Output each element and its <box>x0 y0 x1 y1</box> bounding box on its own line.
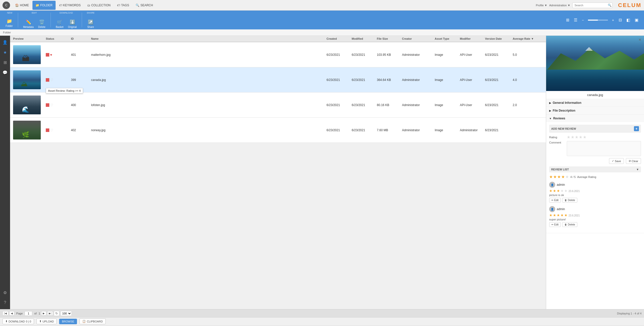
star-1[interactable]: ★ <box>567 135 570 139</box>
avgrate-lofoten: 2.0 <box>513 103 543 107</box>
upload-btn[interactable]: ⬆ UPLOAD <box>36 318 57 324</box>
metadata-icon: ✏️ <box>26 19 31 25</box>
clear-review-button[interactable]: ⊘ Clear <box>626 158 641 164</box>
prev-page-btn[interactable]: ◀ <box>9 311 14 315</box>
zoom-slider[interactable] <box>588 20 608 21</box>
refresh-btn[interactable]: ↻ <box>54 311 59 316</box>
nav-home[interactable]: 🏠 HOME <box>12 1 32 10</box>
delete-icon-2: 🗑 <box>565 223 567 226</box>
created-canada: 6/23/2021 <box>327 78 352 82</box>
delete-review-1-button[interactable]: 🗑 Delete <box>562 198 577 203</box>
share-label: Share <box>87 26 94 28</box>
admin-dropdown[interactable]: Administration ▼ <box>549 4 570 7</box>
download-btn[interactable]: ⬇ DOWNLOAD 0 | 0 <box>3 318 34 324</box>
name-lofoten: lofoten.jpg <box>91 103 327 107</box>
clipboard-btn[interactable]: 📋 CLIPBOARD <box>79 318 106 324</box>
file-desc-label: File Description <box>553 109 575 112</box>
profile-chevron-icon: ▼ <box>544 4 547 7</box>
col-id-header: ID <box>71 37 91 40</box>
view-toggle-grid[interactable]: ⊞ <box>565 17 571 23</box>
next-page-btn[interactable]: ▶ <box>41 311 46 315</box>
nav-keywords[interactable]: 🏷 KEYWORDS <box>56 1 84 10</box>
table-row[interactable]: ♡ Asset Review: Rating >= 4 399 canada.j… <box>10 67 546 92</box>
star-5[interactable]: ★ <box>583 135 586 139</box>
checkbox-matterhorn[interactable] <box>46 53 49 57</box>
sidebar-icon-chat[interactable]: 💬 <box>1 68 10 77</box>
size-lofoten: 80.16 KB <box>377 103 402 107</box>
delete-button[interactable]: 🗑️ Delete <box>36 18 48 29</box>
creator-canada: Administrator <box>402 78 435 82</box>
delete-label: Delete <box>38 26 46 28</box>
table-row[interactable]: ♥ 401 matterhorn.jpg 6/23/2021 6/23/2021… <box>10 42 546 67</box>
nav-folder[interactable]: 📁 FOLDER <box>32 1 56 10</box>
star-3[interactable]: ★ <box>575 135 578 139</box>
admin-chevron-icon: ▼ <box>568 4 570 7</box>
zoom-out-btn[interactable]: − <box>580 18 585 23</box>
save-review-button[interactable]: ✓ Save <box>609 158 624 164</box>
page-input[interactable] <box>25 311 32 316</box>
reviews-accordion-header[interactable]: ▼ Reviews <box>546 115 644 122</box>
checkbox-norway[interactable] <box>46 128 49 132</box>
table-row[interactable]: ♡ 400 lofoten.jpg 6/23/2021 6/23/2021 80… <box>10 92 546 118</box>
general-info-label: General Information <box>553 101 581 105</box>
share-button[interactable]: ↗️ Share <box>85 18 96 29</box>
add-review-plus-button[interactable]: + <box>634 126 639 131</box>
sidebar-icon-user[interactable]: 👤 <box>1 38 10 47</box>
modified-matterhorn: 6/23/2021 <box>352 53 377 57</box>
reviewer-avatar-2: 👤 <box>549 206 555 212</box>
tooltip-canada: Asset Review: Rating >= 4 <box>46 88 83 94</box>
delete-review-2-button[interactable]: 🗑 Delete <box>562 222 577 227</box>
celum-logo: CELUM <box>618 2 641 9</box>
profile-dropdown[interactable]: Profile ▼ <box>536 4 547 7</box>
checkbox-canada[interactable] <box>46 78 49 82</box>
comment-input[interactable] <box>567 141 641 156</box>
view-toggle-list[interactable]: ☰ <box>572 17 579 23</box>
file-description-accordion[interactable]: ▶ File Description <box>546 107 644 114</box>
close-panel-button[interactable]: ✕ <box>637 37 642 42</box>
heart-matterhorn[interactable]: ♥ <box>50 53 52 57</box>
browse-label: BROWSE <box>62 320 74 323</box>
reviewer-avatar-1: 👤 <box>549 182 555 188</box>
last-page-btn[interactable]: ▶| <box>47 311 53 315</box>
basket-button[interactable]: 🛒 Basket <box>54 18 66 29</box>
view-details-btn[interactable]: ⊟ <box>617 17 623 23</box>
star-2[interactable]: ★ <box>571 135 574 139</box>
zoom-in-btn[interactable]: + <box>611 18 616 23</box>
sidebar-icon-settings[interactable]: ⚙ <box>1 288 10 297</box>
avg-star-1: ★ <box>549 174 553 179</box>
sidebar-icon-help[interactable]: ? <box>1 298 10 307</box>
avg-star-4: ★ <box>561 174 565 179</box>
thumbnail-canada <box>13 70 41 89</box>
id-norway: 402 <box>71 128 91 132</box>
review-list-header[interactable]: REVIEW LIST ▼ <box>549 166 641 172</box>
created-matterhorn: 6/23/2021 <box>327 53 352 57</box>
sidebar-icon-layers[interactable]: ⊞ <box>1 58 10 67</box>
edit-review-2-button[interactable]: ✏ Edit <box>549 222 561 227</box>
nav-collection[interactable]: 🗂 COLLECTION <box>84 1 114 10</box>
col-created-header: Created <box>327 37 352 40</box>
table-row[interactable]: ♡ 402 norway.jpg 6/23/2021 6/23/2021 7.6… <box>10 118 546 143</box>
edit-review-1-button[interactable]: ✏ Edit <box>549 198 561 203</box>
rev1-star-4: ★ <box>560 189 564 193</box>
heart-norway[interactable]: ♡ <box>50 128 53 132</box>
sidebar-icon-star[interactable]: ★ <box>1 48 10 57</box>
heart-lofoten[interactable]: ♡ <box>50 103 53 107</box>
view-split-btn[interactable]: ◧ <box>625 17 632 23</box>
star-4[interactable]: ★ <box>579 135 582 139</box>
browse-btn[interactable]: BROWSE <box>59 319 77 324</box>
original-label: Original <box>68 26 76 28</box>
first-page-btn[interactable]: |◀ <box>3 311 8 315</box>
heart-canada[interactable]: ♡ <box>50 78 53 82</box>
nav-tags[interactable]: 🏷 TAGS <box>114 1 132 10</box>
search-submit-icon[interactable]: 🔍 <box>608 4 612 7</box>
per-page-select[interactable]: 100 50 25 <box>60 311 72 316</box>
checkbox-lofoten[interactable] <box>46 103 49 107</box>
search-input[interactable] <box>572 3 613 8</box>
nav-search[interactable]: 🔍 SEARCH <box>133 1 156 10</box>
original-button[interactable]: ⬇️ Original <box>66 18 78 29</box>
metadata-button[interactable]: ✏️ Metadata <box>21 18 36 29</box>
panel-toggle-btn[interactable]: ▣ <box>633 17 640 23</box>
general-info-accordion[interactable]: ▶ General Information <box>546 99 644 107</box>
new-folder-button[interactable]: 📁 Folder <box>4 17 15 28</box>
col-creator-header: Creator <box>402 37 435 40</box>
